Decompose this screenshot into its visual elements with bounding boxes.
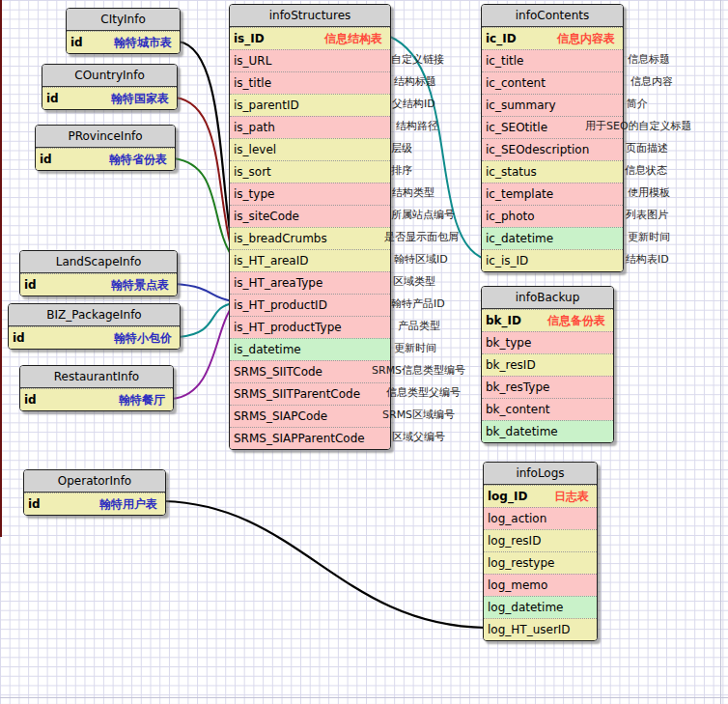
field-name: SRMS_SIAPCode xyxy=(234,409,327,423)
field-name: ic_datetime xyxy=(486,232,553,245)
field-note-is_datetime: 更新时间 xyxy=(394,340,436,354)
field-note-SRMS_SIITCode: SRMS信息类型编号 xyxy=(372,362,465,377)
table-comment: 翰特用户表 xyxy=(99,496,161,513)
relation-restaurantinfo-infostructures[interactable] xyxy=(172,304,234,399)
field-name: ic_SEOdescription xyxy=(486,143,589,156)
relation-cityinfo-infostructures[interactable] xyxy=(179,42,234,257)
table-OperatorInfo[interactable]: OperatorInfoid翰特用户表 xyxy=(23,469,166,516)
field-name: SRMS_SIAPParentCode xyxy=(234,432,365,445)
field-row-is_URL: is_URL xyxy=(230,49,390,71)
field-row-is_HT_productID: is_HT_productID xyxy=(230,294,390,316)
table-CItyInfo[interactable]: CItyInfoid翰特城市表 xyxy=(66,8,181,54)
field-row-log_action: log_action xyxy=(484,507,597,529)
field-name: is_ID xyxy=(234,32,265,45)
table-infoStructures[interactable]: infoStructuresis_ID信息结构表is_URLis_titleis… xyxy=(229,4,391,450)
field-note-ic_photo: 列表图片 xyxy=(626,207,668,221)
field-name: id xyxy=(13,331,25,345)
relation-operatorinfo-infologs[interactable] xyxy=(164,501,486,628)
table-comment: 翰特国家表 xyxy=(111,91,173,107)
table-PRovinceInfo[interactable]: PRovinceInfoid翰特省份表 xyxy=(35,125,176,171)
field-name: bk_ID xyxy=(486,314,521,327)
field-row-is_HT_areaType: is_HT_areaType xyxy=(230,271,390,294)
field-row-is_title: is_title xyxy=(230,71,390,94)
table-title: BIZ_PackageInfo xyxy=(9,304,180,326)
field-name: id xyxy=(24,393,37,407)
field-name: id xyxy=(70,36,83,49)
table-infoContents[interactable]: infoContentsic_ID信息内容表ic_titleic_content… xyxy=(481,4,624,272)
field-note-is_type: 结构类型 xyxy=(392,184,434,199)
table-RestaurantInfo[interactable]: RestaurantInfoid翰特餐厅 xyxy=(19,365,174,411)
field-name: bk_content xyxy=(486,403,550,416)
field-row-SRMS_SIAPParentCode: SRMS_SIAPParentCode xyxy=(230,427,390,449)
field-name: log_action xyxy=(488,512,546,525)
field-name: log_ID xyxy=(488,490,527,503)
field-note-ic_datetime: 更新时间 xyxy=(628,229,670,243)
table-comment: 日志表 xyxy=(554,489,593,505)
field-name: ic_template xyxy=(486,187,553,201)
field-name: is_sort xyxy=(234,165,271,179)
field-row-is_level: is_level xyxy=(230,138,390,160)
field-row-ic_title: ic_title xyxy=(482,49,623,71)
field-row-log_memo: log_memo xyxy=(484,574,597,596)
field-row-SRMS_SIITParentCode: SRMS_SIITParentCode xyxy=(230,382,390,405)
field-row-is_siteCode: is_siteCode xyxy=(230,205,390,227)
field-name: log_memo xyxy=(488,578,547,592)
field-row-id: id翰特国家表 xyxy=(42,87,177,109)
field-row-SRMS_SIAPCode: SRMS_SIAPCode xyxy=(230,405,390,427)
table-infoBackup[interactable]: infoBackupbk_ID信息备份表bk_typebk_resIDbk_re… xyxy=(481,286,614,443)
field-row-ic_datetime: ic_datetime xyxy=(482,227,623,249)
field-name: bk_resType xyxy=(486,380,549,394)
field-note-ic_content: 信息内容 xyxy=(630,73,673,88)
field-note-is_path: 结构路径 xyxy=(396,118,438,132)
table-title: CItyInfo xyxy=(67,9,180,31)
field-name: SRMS_SIITParentCode xyxy=(234,387,360,401)
field-note-ic_is_ID: 结构表ID xyxy=(626,251,669,266)
table-COuntryInfo[interactable]: COuntryInfoid翰特国家表 xyxy=(42,64,178,110)
field-row-is_ID: is_ID信息结构表 xyxy=(230,27,390,49)
field-name: bk_resID xyxy=(486,358,536,372)
field-name: id xyxy=(46,92,59,105)
table-title: infoContents xyxy=(482,5,623,27)
field-name: ic_photo xyxy=(486,210,535,223)
table-infoLogs[interactable]: infoLogslog_ID日志表log_actionlog_resIDlog_… xyxy=(483,462,598,641)
table-title: LandScapeInfo xyxy=(20,251,177,273)
field-row-log_datetime: log_datetime xyxy=(484,596,597,618)
table-title: infoStructures xyxy=(230,5,390,27)
table-LandScapeInfo[interactable]: LandScapeInfoid翰特景点表 xyxy=(19,250,178,296)
diagram-canvas: CItyInfoid翰特城市表COuntryInfoid翰特国家表PRovinc… xyxy=(0,0,728,704)
field-name: log_HT_userID xyxy=(488,623,571,636)
field-row-is_sort: is_sort xyxy=(230,160,390,183)
field-note-ic_status: 信息状态 xyxy=(625,162,667,177)
field-row-log_ID: log_ID日志表 xyxy=(484,485,597,507)
field-name: ic_ID xyxy=(486,32,517,45)
table-comment: 翰特小包价 xyxy=(114,330,176,347)
field-name: is_breadCrumbs xyxy=(234,232,327,245)
field-row-id: id翰特省份表 xyxy=(36,148,175,170)
field-name: SRMS_SIITCode xyxy=(234,365,322,379)
table-comment: 翰特餐厅 xyxy=(119,392,169,408)
field-row-bk_ID: bk_ID信息备份表 xyxy=(482,309,613,331)
field-row-id: id翰特餐厅 xyxy=(20,388,173,410)
field-name: log_resID xyxy=(488,534,541,548)
field-note-is_sort: 排序 xyxy=(391,162,412,177)
field-name: ic_content xyxy=(486,76,546,90)
field-row-is_HT_areaID: is_HT_areaID xyxy=(230,249,390,271)
field-row-is_datetime: is_datetime xyxy=(230,338,390,360)
field-name: id xyxy=(24,278,37,292)
field-name: is_type xyxy=(234,187,274,201)
field-row-ic_status: ic_status xyxy=(482,160,623,183)
field-name: ic_summary xyxy=(486,99,556,112)
relation-landscapeinfo-infostructures[interactable] xyxy=(176,284,234,301)
field-note-ic_template: 使用模板 xyxy=(628,184,670,199)
field-name: ic_title xyxy=(486,54,523,68)
table-comment: 翰特城市表 xyxy=(114,35,176,51)
field-row-ic_content: ic_content xyxy=(482,71,623,94)
field-row-id: id翰特用户表 xyxy=(24,493,165,515)
field-row-is_parentID: is_parentID xyxy=(230,94,390,116)
field-row-ic_is_ID: ic_is_ID xyxy=(482,249,623,271)
table-comment: 翰特景点表 xyxy=(111,277,173,294)
field-name: is_siteCode xyxy=(234,210,299,223)
field-note-ic_summary: 简介 xyxy=(627,96,648,110)
table-BIZ_PackageInfo[interactable]: BIZ_PackageInfoid翰特小包价 xyxy=(8,303,181,350)
field-name: is_parentID xyxy=(234,99,299,112)
